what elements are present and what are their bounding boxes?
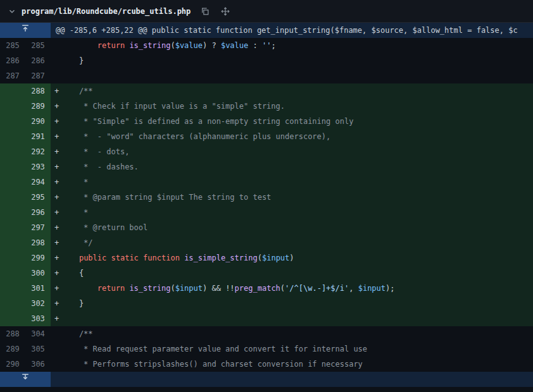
code-token: $input (358, 284, 386, 293)
line-number-old[interactable] (0, 311, 25, 326)
line-number-old[interactable] (0, 296, 25, 311)
code-token: * Performs stripslashes() and charset co… (61, 360, 363, 369)
line-number-new[interactable]: 285 (25, 38, 51, 53)
move-icon[interactable] (221, 7, 230, 16)
code-token (61, 284, 97, 293)
line-number-old[interactable] (0, 129, 25, 144)
code-line: * @return bool (61, 220, 533, 235)
line-number-old[interactable]: 285 (0, 38, 25, 53)
line-number-new[interactable]: 305 (25, 341, 51, 357)
expand-up-button[interactable] (0, 23, 51, 38)
line-number-old[interactable] (0, 190, 25, 205)
fold-down-icon (21, 372, 30, 387)
line-number-old[interactable] (0, 99, 25, 114)
line-number-old[interactable] (0, 220, 25, 235)
code-token (139, 254, 143, 262)
diff-marker: + (51, 144, 61, 159)
code-token: { (61, 269, 84, 278)
line-number-old[interactable]: 288 (0, 326, 25, 341)
diff-marker (51, 53, 61, 68)
line-number-new[interactable]: 302 (25, 296, 51, 311)
diff-row-added: 301+ return is_string($input) && !!preg_… (0, 281, 533, 296)
line-number-old[interactable] (0, 281, 25, 296)
code-line: public static function is_simple_string(… (61, 250, 533, 266)
diff-marker (51, 326, 61, 341)
line-number-new[interactable]: 289 (25, 99, 51, 114)
code-token: $input (175, 284, 203, 293)
file-path[interactable]: program/lib/Roundcube/rcube_utils.php (22, 7, 191, 16)
line-number-new[interactable]: 286 (25, 53, 51, 68)
line-number-new[interactable]: 287 (25, 68, 51, 83)
line-number-new[interactable]: 294 (25, 175, 51, 190)
diff-marker: + (51, 175, 61, 190)
line-number-old[interactable] (0, 144, 25, 159)
line-number-old[interactable]: 290 (0, 357, 25, 372)
line-number-new[interactable]: 292 (25, 144, 51, 159)
chevron-down-icon[interactable] (8, 7, 16, 16)
diff-marker: + (51, 83, 61, 99)
code-token: * (61, 208, 88, 217)
code-line: * Read request parameter value and conve… (61, 341, 533, 357)
line-number-new[interactable]: 299 (25, 250, 51, 266)
diff-row-added: 290+ * "Simple" is defined as a non-empt… (0, 114, 533, 129)
diff-marker (51, 38, 61, 53)
line-number-old[interactable] (0, 235, 25, 250)
code-token (106, 254, 111, 262)
line-number-old[interactable] (0, 175, 25, 190)
code-line: return is_string($input) && !!preg_match… (61, 281, 533, 296)
expand-footer-space (51, 372, 533, 387)
line-number-new[interactable]: 300 (25, 266, 51, 281)
diff-marker: + (51, 114, 61, 129)
line-number-new[interactable]: 303 (25, 311, 51, 326)
diff-marker (51, 357, 61, 372)
line-number-new[interactable]: 298 (25, 235, 51, 250)
code-token: return (97, 284, 125, 293)
expand-footer (0, 372, 533, 387)
line-number-new[interactable]: 304 (25, 326, 51, 341)
code-line: * Check if input value is a "simple" str… (61, 99, 533, 114)
code-token: * Check if input value is a "simple" str… (61, 102, 285, 111)
line-number-old[interactable] (0, 114, 25, 129)
line-number-old[interactable]: 287 (0, 68, 25, 83)
line-number-old[interactable] (0, 266, 25, 281)
diff-row-context: 286286 } (0, 53, 533, 68)
diff-row-added: 297+ * @return bool (0, 220, 533, 235)
line-number-new[interactable]: 296 (25, 205, 51, 220)
line-number-new[interactable]: 301 (25, 281, 51, 296)
line-number-old[interactable] (0, 250, 25, 266)
code-token: $value (175, 41, 203, 50)
line-number-old[interactable] (0, 83, 25, 99)
line-number-new[interactable]: 297 (25, 220, 51, 235)
line-number-old[interactable] (0, 159, 25, 175)
diff-row-added: 296+ * (0, 205, 533, 220)
code-token: $value (221, 41, 248, 50)
line-number-new[interactable]: 288 (25, 83, 51, 99)
line-number-old[interactable]: 286 (0, 53, 25, 68)
code-token: * (61, 178, 88, 187)
diff-row-added: 292+ * - dots, (0, 144, 533, 159)
code-token: * - dashes. (61, 162, 139, 171)
code-token: ) && !! (203, 284, 235, 293)
code-token: ( (280, 284, 285, 293)
diff-row-context: 289305 * Read request parameter value an… (0, 341, 533, 357)
code-line: } (61, 53, 533, 68)
code-token: } (61, 56, 84, 65)
code-token: * @return bool (61, 223, 147, 232)
line-number-new[interactable]: 290 (25, 114, 51, 129)
line-number-new[interactable]: 295 (25, 190, 51, 205)
code-token (61, 254, 79, 262)
code-token: */ (61, 238, 93, 247)
code-token: public (79, 254, 106, 262)
code-token: ) ? (203, 41, 221, 50)
line-number-old[interactable] (0, 205, 25, 220)
line-number-new[interactable]: 291 (25, 129, 51, 144)
line-number-new[interactable]: 306 (25, 357, 51, 372)
code-token: '/^[\w.-]+$/i' (285, 284, 349, 293)
copy-icon[interactable] (201, 7, 210, 16)
diff-row-added: 298+ */ (0, 235, 533, 250)
expand-down-button[interactable] (0, 372, 51, 387)
line-number-new[interactable]: 293 (25, 159, 51, 175)
hunk-text: @@ -285,6 +285,22 @@ public static funct… (51, 23, 533, 38)
diff-marker: + (51, 205, 61, 220)
line-number-old[interactable]: 289 (0, 341, 25, 357)
